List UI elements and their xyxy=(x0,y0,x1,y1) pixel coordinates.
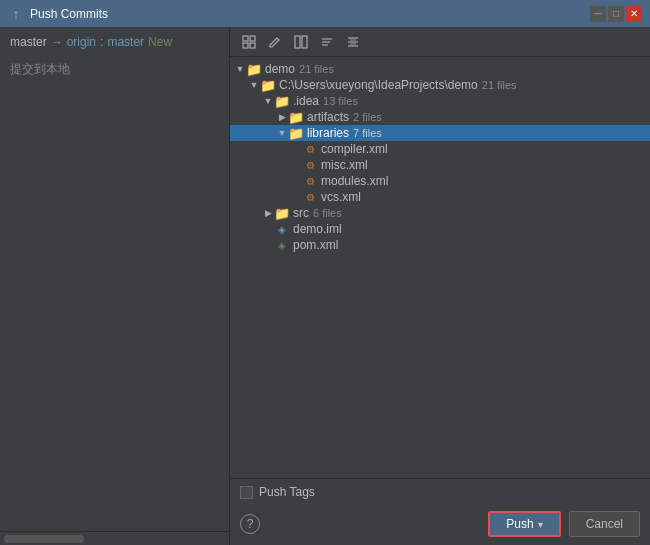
node-label: .idea xyxy=(293,94,319,108)
push-button[interactable]: Push ▾ xyxy=(488,511,560,537)
folder-icon: 📁 xyxy=(246,62,262,76)
footer-buttons: Push ▾ Cancel xyxy=(488,511,640,537)
titlebar: ↑ Push Commits ─ □ ✕ xyxy=(0,0,650,27)
commits-label: 提交到本地 xyxy=(10,62,70,76)
tree-node-modules[interactable]: ⚙ modules.xml xyxy=(230,173,650,189)
svg-rect-0 xyxy=(243,36,248,41)
edit-button[interactable] xyxy=(264,31,286,53)
expand-icon[interactable]: ▶ xyxy=(262,208,274,218)
svg-rect-1 xyxy=(250,36,255,41)
help-button[interactable]: ? xyxy=(240,514,260,534)
right-panel: ▼ 📁 demo 21 files ▼ 📁 C:\Users\xueyong\I… xyxy=(230,27,650,545)
node-label: src xyxy=(293,206,309,220)
maximize-button[interactable]: □ xyxy=(608,6,624,22)
push-dropdown-arrow[interactable]: ▾ xyxy=(538,519,543,530)
branch-arrow-icon: → xyxy=(51,35,63,49)
left-scrollbar[interactable] xyxy=(0,531,229,545)
node-label: modules.xml xyxy=(321,174,388,188)
xml-icon: ⚙ xyxy=(302,174,318,188)
group-button[interactable] xyxy=(342,31,364,53)
tree-node-demo-root[interactable]: ▼ 📁 demo 21 files xyxy=(230,61,650,77)
branch-info: master → origin : master New xyxy=(0,27,229,57)
node-count: 2 files xyxy=(353,111,382,123)
tree-node-artifacts[interactable]: ▶ 📁 artifacts 2 files xyxy=(230,109,650,125)
node-count: 21 files xyxy=(299,63,334,75)
local-branch: master xyxy=(10,35,47,49)
node-label: pom.xml xyxy=(293,238,338,252)
tree-node-demo-path[interactable]: ▼ 📁 C:\Users\xueyong\IdeaProjects\demo 2… xyxy=(230,77,650,93)
tree-node-compiler[interactable]: ⚙ compiler.xml xyxy=(230,141,650,157)
remote-branch[interactable]: master xyxy=(107,35,144,49)
push-tags-checkbox[interactable] xyxy=(240,486,253,499)
expand-icon[interactable]: ▼ xyxy=(262,96,274,106)
node-label: vcs.xml xyxy=(321,190,361,204)
iml-icon: ◈ xyxy=(274,222,290,236)
push-label: Push xyxy=(506,517,533,531)
push-tags-area: Push Tags xyxy=(230,478,650,505)
node-count: 6 files xyxy=(313,207,342,219)
new-badge: New xyxy=(148,35,172,49)
xml-icon: ⚙ xyxy=(302,142,318,156)
scrollbar-thumb[interactable] xyxy=(4,535,84,543)
tree-node-vcs[interactable]: ⚙ vcs.xml xyxy=(230,189,650,205)
close-button[interactable]: ✕ xyxy=(626,6,642,22)
expand-icon[interactable]: ▼ xyxy=(234,64,246,74)
node-label: demo xyxy=(265,62,295,76)
tree-node-libraries[interactable]: ▼ 📁 libraries 7 files xyxy=(230,125,650,141)
expand-icon[interactable]: ▶ xyxy=(276,112,288,122)
expand-all-button[interactable] xyxy=(238,31,260,53)
svg-rect-3 xyxy=(250,43,255,48)
titlebar-controls: ─ □ ✕ xyxy=(590,6,642,22)
xml-icon: ⚙ xyxy=(302,190,318,204)
node-count: 13 files xyxy=(323,95,358,107)
commits-area: 提交到本地 xyxy=(0,57,229,531)
tree-node-src[interactable]: ▶ 📁 src 6 files xyxy=(230,205,650,221)
toolbar xyxy=(230,27,650,57)
tree-node-demo-iml[interactable]: ◈ demo.iml xyxy=(230,221,650,237)
node-label: misc.xml xyxy=(321,158,368,172)
folder-icon: 📁 xyxy=(288,126,304,140)
folder-icon: 📁 xyxy=(260,78,276,92)
remote-name[interactable]: origin xyxy=(67,35,96,49)
left-panel: master → origin : master New 提交到本地 xyxy=(0,27,230,545)
svg-rect-4 xyxy=(295,36,300,48)
node-label: C:\Users\xueyong\IdeaProjects\demo xyxy=(279,78,478,92)
node-count: 21 files xyxy=(482,79,517,91)
titlebar-title: Push Commits xyxy=(30,7,590,21)
svg-rect-2 xyxy=(243,43,248,48)
node-count: 7 files xyxy=(353,127,382,139)
pom-icon: ◈ xyxy=(274,238,290,252)
node-label: compiler.xml xyxy=(321,142,388,156)
sort-button[interactable] xyxy=(316,31,338,53)
expand-icon[interactable]: ▼ xyxy=(276,128,288,138)
expand-icon[interactable]: ▼ xyxy=(248,80,260,90)
branch-sep: : xyxy=(100,35,103,49)
folder-icon: 📁 xyxy=(288,110,304,124)
tree-node-pom[interactable]: ◈ pom.xml xyxy=(230,237,650,253)
tree-node-misc[interactable]: ⚙ misc.xml xyxy=(230,157,650,173)
main-content: master → origin : master New 提交到本地 xyxy=(0,27,650,545)
folder-icon: 📁 xyxy=(274,206,290,220)
file-tree: ▼ 📁 demo 21 files ▼ 📁 C:\Users\xueyong\I… xyxy=(230,57,650,478)
node-label: demo.iml xyxy=(293,222,342,236)
svg-rect-5 xyxy=(302,36,307,48)
folder-icon: 📁 xyxy=(274,94,290,108)
xml-icon: ⚙ xyxy=(302,158,318,172)
diff-button[interactable] xyxy=(290,31,312,53)
push-tags-label: Push Tags xyxy=(259,485,315,499)
footer: ? Push ▾ Cancel xyxy=(230,505,650,545)
cancel-button[interactable]: Cancel xyxy=(569,511,640,537)
minimize-button[interactable]: ─ xyxy=(590,6,606,22)
node-label: libraries xyxy=(307,126,349,140)
titlebar-icon: ↑ xyxy=(8,6,24,22)
tree-node-idea[interactable]: ▼ 📁 .idea 13 files xyxy=(230,93,650,109)
node-label: artifacts xyxy=(307,110,349,124)
